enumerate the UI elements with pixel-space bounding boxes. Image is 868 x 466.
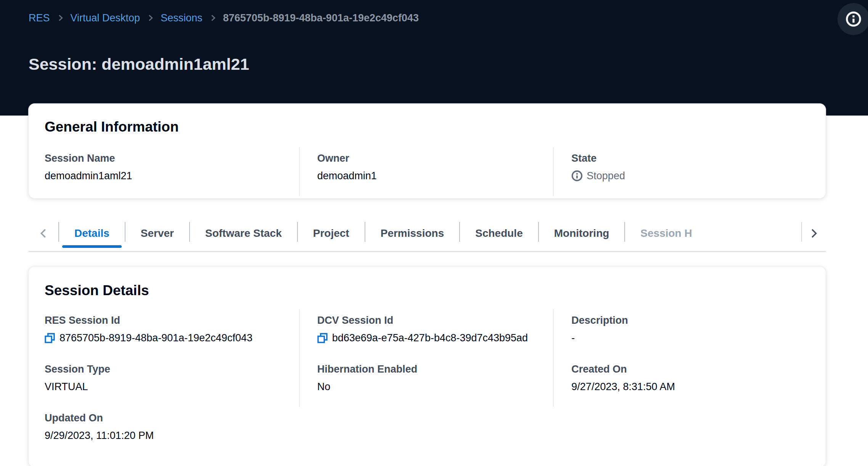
general-information-card: General Information Session Name demoadm… bbox=[29, 104, 826, 198]
general-information-heading: General Information bbox=[45, 118, 807, 136]
field-label: Owner bbox=[317, 152, 544, 165]
tab-monitoring[interactable]: Monitoring bbox=[539, 216, 625, 251]
field-value: 9/27/2023, 8:31:50 AM bbox=[571, 380, 798, 393]
tab-scroll-left-button[interactable] bbox=[29, 216, 58, 251]
field-session-name: Session Name demoadmin1aml21 bbox=[45, 147, 299, 196]
field-value: demoadmin1 bbox=[317, 169, 544, 182]
field-owner: Owner demoadmin1 bbox=[299, 147, 553, 196]
field-res-session-id: RES Session Id 8765705b-8919-48ba-901a-1… bbox=[45, 309, 299, 358]
session-details-row-3: Updated On 9/29/2023, 11:01:20 PM bbox=[45, 407, 807, 456]
field-value: - bbox=[571, 331, 798, 344]
top-bar: RES Virtual Desktop Sessions 8765705b-89… bbox=[0, 0, 868, 38]
field-label: Session Name bbox=[45, 152, 290, 165]
chevron-right-icon bbox=[56, 14, 64, 22]
field-session-type: Session Type VIRTUAL bbox=[45, 358, 299, 407]
breadcrumb-link-sessions[interactable]: Sessions bbox=[161, 11, 203, 24]
tab-bar: Details Server Software Stack Project Pe… bbox=[29, 216, 826, 252]
field-value: 8765705b-8919-48ba-901a-19e2c49cf043 bbox=[59, 331, 252, 344]
tab-project[interactable]: Project bbox=[298, 216, 365, 251]
chevron-right-icon bbox=[209, 14, 217, 22]
breadcrumb-link-virtual-desktop[interactable]: Virtual Desktop bbox=[71, 11, 140, 24]
tab-scroll-right-button[interactable] bbox=[802, 216, 826, 251]
field-label: State bbox=[571, 152, 798, 165]
tab-session-health[interactable]: Session H bbox=[625, 227, 692, 239]
field-dcv-session-id: DCV Session Id bd63e69a-e75a-427b-b4c8-3… bbox=[299, 309, 553, 358]
tab-overflow-clip: Session H bbox=[625, 216, 801, 251]
session-details-row-2: Session Type VIRTUAL Hibernation Enabled… bbox=[45, 358, 807, 407]
copy-icon bbox=[45, 333, 55, 343]
chevron-left-icon bbox=[38, 228, 49, 239]
field-label: Session Type bbox=[45, 363, 290, 376]
info-icon bbox=[845, 11, 862, 27]
chevron-right-icon bbox=[808, 228, 820, 239]
field-label: RES Session Id bbox=[45, 314, 290, 327]
session-details-heading: Session Details bbox=[45, 282, 807, 299]
field-label: Description bbox=[571, 314, 798, 327]
page-title: Session: demoadmin1aml21 bbox=[29, 53, 839, 75]
tab-software-stack[interactable]: Software Stack bbox=[190, 216, 297, 251]
field-label: DCV Session Id bbox=[317, 314, 544, 327]
field-hibernation-enabled: Hibernation Enabled No bbox=[299, 358, 553, 407]
field-value: VIRTUAL bbox=[45, 380, 290, 393]
field-label: Created On bbox=[571, 363, 798, 376]
tab-permissions[interactable]: Permissions bbox=[365, 216, 460, 251]
field-updated-on: Updated On 9/29/2023, 11:01:20 PM bbox=[45, 407, 299, 456]
info-button[interactable] bbox=[837, 3, 868, 35]
field-value: No bbox=[317, 380, 544, 393]
field-label: Hibernation Enabled bbox=[317, 363, 544, 376]
field-value: demoadmin1aml21 bbox=[45, 169, 290, 182]
chevron-right-icon bbox=[146, 14, 154, 22]
session-details-card: Session Details RES Session Id 8765705b-… bbox=[29, 267, 826, 466]
copy-dcv-session-id-button[interactable] bbox=[317, 333, 328, 343]
field-label: Updated On bbox=[45, 411, 290, 424]
tab-schedule[interactable]: Schedule bbox=[460, 216, 538, 251]
breadcrumb-current-session-id: 8765705b-8919-48ba-901a-19e2c49cf043 bbox=[223, 11, 419, 24]
field-value: 9/29/2023, 11:01:20 PM bbox=[45, 429, 290, 442]
field-state: State Stopped bbox=[553, 147, 807, 196]
field-value: bd63e69a-e75a-427b-b4c8-39d7c43b95ad bbox=[332, 331, 528, 344]
breadcrumb-link-res[interactable]: RES bbox=[29, 11, 50, 24]
field-description: Description - bbox=[553, 309, 807, 358]
general-information-row: Session Name demoadmin1aml21 Owner demoa… bbox=[45, 147, 807, 196]
field-created-on: Created On 9/27/2023, 8:31:50 AM bbox=[553, 358, 807, 407]
copy-icon bbox=[317, 333, 328, 343]
tab-server[interactable]: Server bbox=[125, 216, 189, 251]
tab-details[interactable]: Details bbox=[59, 216, 125, 251]
breadcrumb: RES Virtual Desktop Sessions 8765705b-89… bbox=[29, 11, 868, 24]
status-badge: Stopped bbox=[587, 169, 625, 182]
session-details-row-1: RES Session Id 8765705b-8919-48ba-901a-1… bbox=[45, 309, 807, 358]
status-info-icon bbox=[571, 170, 583, 182]
copy-res-session-id-button[interactable] bbox=[45, 333, 55, 343]
